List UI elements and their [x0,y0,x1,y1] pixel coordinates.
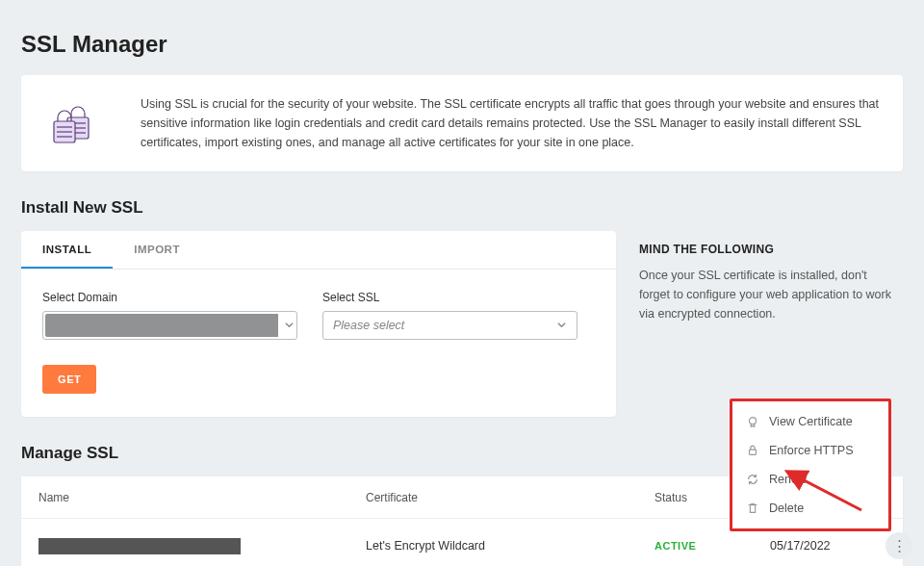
row-actions-dropdown: View Certificate Enforce HTTPS Renew Del… [730,399,891,531]
menu-label: Renew [769,473,807,486]
page-title: SSL Manager [21,31,903,58]
select-ssl-placeholder: Please select [333,319,404,332]
status-badge: ACTIVE [654,540,770,552]
menu-item-renew[interactable]: Renew [732,465,888,494]
tab-bar: INSTALL IMPORT [21,231,616,270]
install-panel: INSTALL IMPORT Select Domain [21,231,616,417]
side-heading: MIND THE FOLLOWING [639,243,897,256]
lock-icon [746,444,759,457]
side-panel: MIND THE FOLLOWING Once your SSL certifi… [633,231,903,417]
row-actions-button[interactable]: ⋮ [886,532,912,559]
padlock-icon [44,94,100,152]
get-button[interactable]: GET [42,365,96,394]
cell-expires: 05/17/2022 [770,539,886,553]
kebab-icon: ⋮ [892,537,907,554]
info-card: Using SSL is crucial for the security of… [21,75,903,171]
certificate-icon [746,415,759,428]
tab-import[interactable]: IMPORT [113,231,201,269]
col-name: Name [38,491,366,504]
cell-certificate: Let's Encrypt Wildcard [366,539,654,553]
trash-icon [746,502,759,515]
refresh-icon [746,473,759,486]
select-domain-label: Select Domain [42,291,297,304]
menu-label: Delete [769,502,804,515]
menu-item-enforce-https[interactable]: Enforce HTTPS [732,436,888,465]
menu-item-delete[interactable]: Delete [732,494,888,523]
redacted-domain-value [45,314,278,337]
chevron-down-icon [556,319,567,333]
info-text: Using SSL is crucial for the security of… [141,94,880,152]
select-ssl-label: Select SSL [322,291,578,304]
select-ssl-dropdown[interactable]: Please select [322,311,578,340]
menu-label: Enforce HTTPS [769,444,854,457]
tab-install[interactable]: INSTALL [21,231,113,269]
menu-label: View Certificate [769,415,853,428]
install-ssl-heading: Install New SSL [21,198,903,218]
side-text: Once your SSL certificate is installed, … [639,266,897,323]
chevron-down-icon [284,319,295,333]
redacted-ssl-name [38,538,241,554]
col-certificate: Certificate [366,491,654,504]
menu-item-view-certificate[interactable]: View Certificate [732,407,888,436]
svg-rect-9 [750,450,757,454]
select-domain-dropdown[interactable] [42,311,297,340]
svg-point-8 [750,418,757,424]
